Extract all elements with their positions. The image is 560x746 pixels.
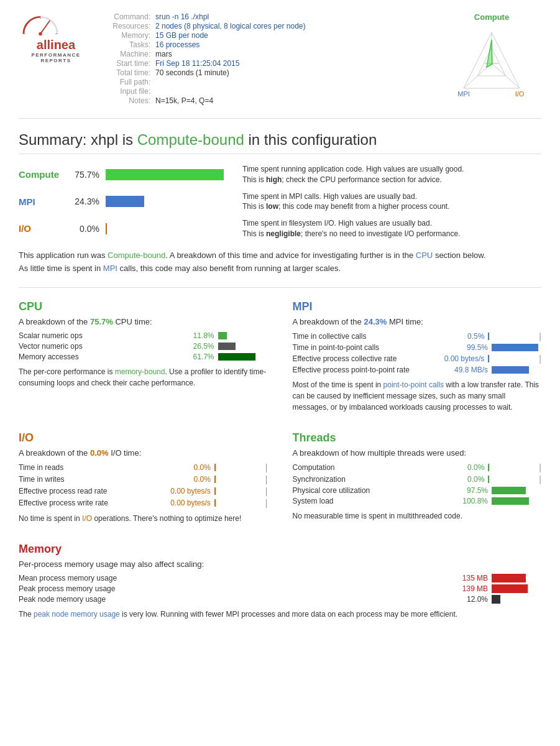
io-writes-bar-container <box>214 476 264 483</box>
threads-physical-bar-container <box>492 487 541 494</box>
summary-title: Summary: xhpl is Compute-bound in this c… <box>19 131 541 154</box>
threads-physical-label: Physical core utilization <box>293 486 457 495</box>
compute-bar <box>106 169 224 180</box>
threads-sysload-pct: 100.8% <box>457 497 488 505</box>
mpi-note: Most of the time is spent in point-to-po… <box>293 379 542 413</box>
io-pct: 0.0% <box>68 224 99 234</box>
memory-mean-pct: 135 MB <box>451 574 488 583</box>
threads-computation-pct: 0.0% <box>453 463 484 472</box>
memory-peak-process-label: Peak process memory usage <box>19 584 451 593</box>
cpu-vector-bar-container <box>218 343 268 350</box>
memory-value: 15 GB per node <box>155 31 442 40</box>
io-reads-label: Time in reads <box>19 463 167 472</box>
svg-text:MPI: MPI <box>457 90 470 98</box>
mpi-title: MPI <box>293 300 542 313</box>
memory-mean-bar <box>492 574 526 583</box>
threads-sync-pct: 0.0% <box>453 475 484 484</box>
logo-allinea: allinea <box>19 38 93 52</box>
mpi-p2p-rate-bar <box>492 366 529 374</box>
meta-info: Command: srun -n 16 ./xhpl Resources: 2 … <box>99 12 442 105</box>
fullpath-value <box>155 78 442 86</box>
sections-grid: CPU A breakdown of the 75.7% CPU time: S… <box>19 300 541 543</box>
memory-peak-node-bar-container <box>492 595 541 604</box>
mpi-desc1: Time spent in MPI calls. High values are… <box>242 191 541 202</box>
io-writes-pipe: | <box>265 474 268 484</box>
resources-label: Resources: <box>99 22 155 30</box>
threads-computation-pipe: | <box>539 463 541 472</box>
threads-note: No measurable time is spent in multithre… <box>293 510 542 522</box>
compute-desc: Time spent running application code. Hig… <box>242 164 541 185</box>
threads-physical-bar <box>492 487 526 494</box>
memory-subtitle: Per-process memory usage may also affect… <box>19 560 541 569</box>
threads-stat-computation: Computation 0.0% | <box>293 463 542 472</box>
mpi-p2p-bar-container <box>492 344 541 351</box>
cpu-memory-pct: 61.7% <box>183 352 214 361</box>
summary-title-bound: Compute-bound <box>137 131 244 148</box>
threads-stat-sync: Synchronization 0.0% | <box>293 474 542 484</box>
machine-value: mars <box>155 50 442 58</box>
summary-title-suffix: in this configuration <box>249 131 377 148</box>
memory-peak-process-pct: 139 MB <box>451 584 488 593</box>
machine-label: Machine: <box>99 50 155 58</box>
io-write-rate-pipe: | <box>265 498 268 508</box>
memory-label: Memory: <box>99 31 155 40</box>
cpu-stat-scalar: Scalar numeric ops 11.8% <box>19 331 268 340</box>
threads-stat-physical: Physical core utilization 97.5% <box>293 486 542 495</box>
mpi-coll-rate-pipe: | <box>539 354 541 364</box>
cpu-stat-vector: Vector numeric ops 26.5% <box>19 342 268 351</box>
io-read-rate-label: Effective process read rate <box>19 487 161 495</box>
io-stat-reads: Time in reads 0.0% | <box>19 463 268 472</box>
compute-pct: 75.7% <box>68 170 99 180</box>
memory-note: The peak node memory usage is very low. … <box>19 609 541 620</box>
notes-value: N=15k, P=4, Q=4 <box>155 96 442 105</box>
io-metric: I/O 0.0% Time spent in filesystem I/O. H… <box>19 218 541 239</box>
threads-computation-bar <box>488 464 489 471</box>
io-reads-bar <box>214 464 216 471</box>
cpu-scalar-label: Scalar numeric ops <box>19 331 183 340</box>
threads-computation-bar-container <box>488 464 538 471</box>
mpi-collective-pipe: | <box>539 331 541 341</box>
mpi-coll-rate-pct: 0.00 bytes/s <box>434 354 484 363</box>
notes-label: Notes: <box>99 96 155 105</box>
io-bar-container <box>106 223 230 234</box>
cpu-vector-pct: 26.5% <box>183 342 214 351</box>
mpi-subtitle: A breakdown of the 24.3% MPI time: <box>293 317 542 326</box>
io-title: I/O <box>19 431 268 444</box>
cpu-title: CPU <box>19 300 268 313</box>
threads-sync-bar-container <box>488 476 538 483</box>
starttime-value: Fri Sep 18 11:25:04 2015 <box>155 59 442 68</box>
mpi-p2p-rate-pct: 49.8 MB/s <box>438 366 488 374</box>
memory-mean-bar-container <box>492 574 541 583</box>
mpi-p2p-label: Time in point-to-point calls <box>293 343 457 352</box>
svg-marker-11 <box>487 40 492 67</box>
mpi-stat-p2p: Time in point-to-point calls 99.5% <box>293 343 542 352</box>
io-read-rate-bar <box>214 487 216 495</box>
cpu-memory-bar-container <box>218 353 268 361</box>
threads-physical-pct: 97.5% <box>457 486 488 495</box>
threads-sync-bar <box>488 476 489 483</box>
compute-label: Compute <box>19 169 68 180</box>
mpi-p2p-rate-bar-container <box>492 366 541 374</box>
tasks-label: Tasks: <box>99 40 155 49</box>
io-desc: Time spent in filesystem I/O. High value… <box>242 218 541 239</box>
logo: allinea PERFORMANCE REPORTS <box>19 12 93 63</box>
cpu-note: The per-core performance is memory-bound… <box>19 366 268 389</box>
cpu-vector-label: Vector numeric ops <box>19 342 183 351</box>
cpu-scalar-bar-container <box>218 332 268 339</box>
io-reads-pipe: | <box>265 463 268 472</box>
io-write-rate-pct: 0.00 bytes/s <box>161 499 211 507</box>
threads-title: Threads <box>293 431 542 444</box>
threads-section: Threads A breakdown of how multiple thre… <box>293 431 542 524</box>
sections-divider <box>19 287 541 288</box>
mpi-p2p-rate-label: Effective process point-to-point rate <box>293 366 439 374</box>
summary-note: This application run was Compute-bound. … <box>19 249 541 275</box>
mpi-p2p-bar <box>492 344 538 351</box>
memory-peak-process-bar-container <box>492 584 541 593</box>
mpi-collective-bar-container <box>488 333 538 340</box>
io-stat-read-rate: Effective process read rate 0.00 bytes/s… <box>19 486 268 496</box>
logo-performance: PERFORMANCE <box>19 52 93 58</box>
mpi-collective-pct: 0.5% <box>453 332 484 341</box>
compute-bar-container <box>106 169 230 180</box>
io-writes-pct: 0.0% <box>167 475 211 484</box>
io-bar <box>106 223 107 234</box>
